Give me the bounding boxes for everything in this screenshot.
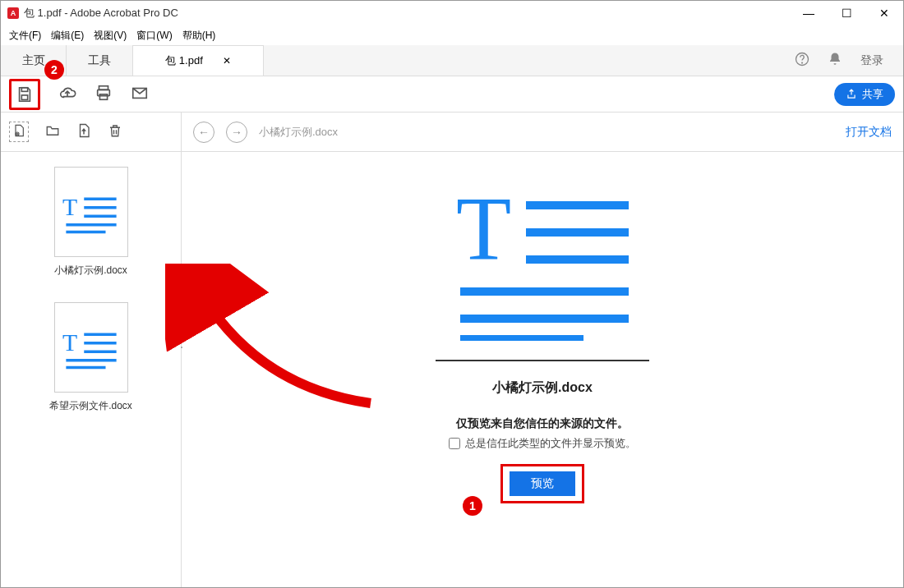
divider (436, 360, 649, 361)
mail-icon[interactable] (131, 84, 149, 104)
thumbnail-label: 小橘灯示例.docx (54, 264, 127, 278)
svg-text:T: T (62, 328, 77, 356)
tab-document-label: 包 1.pdf (165, 53, 203, 68)
share-label: 共享 (862, 87, 883, 102)
share-button[interactable]: 共享 (834, 83, 895, 106)
extract-icon[interactable] (76, 123, 91, 140)
sidebar: T 小橘灯示例.docx T 希望示例文件.docx (1, 113, 182, 587)
always-trust-row[interactable]: 总是信任此类型的文件并显示预览。 (449, 436, 636, 451)
trash-icon[interactable] (108, 123, 122, 140)
toolbar: 共享 (1, 76, 903, 113)
main-area: T 小橘灯示例.docx T 希望示例文件.docx ← → 小橘灯示例.doc… (1, 113, 903, 587)
menu-window[interactable]: 窗口(W) (131, 27, 177, 44)
svg-rect-3 (21, 94, 27, 99)
app-logo-icon: A (7, 7, 19, 19)
always-trust-checkbox[interactable] (449, 438, 460, 449)
svg-text:T: T (456, 178, 511, 278)
annotation-arrow (165, 264, 379, 420)
tab-tools[interactable]: 工具 (67, 45, 132, 76)
thumbnail-icon: T (54, 302, 128, 393)
window-title: 包 1.pdf - Adobe Acrobat Pro DC (24, 6, 178, 21)
save-button[interactable] (9, 79, 40, 110)
menu-help[interactable]: 帮助(H) (178, 27, 221, 44)
document-large-icon: T (452, 177, 633, 343)
thumbnail-label: 希望示例文件.docx (49, 399, 132, 413)
preview-button-highlight: 预览 (500, 464, 584, 503)
nav-forward-button[interactable]: → (226, 122, 247, 143)
save-icon (16, 85, 34, 103)
svg-rect-2 (21, 87, 27, 91)
menu-view[interactable]: 视图(V) (89, 27, 131, 44)
menu-bar: 文件(F) 编辑(E) 视图(V) 窗口(W) 帮助(H) (1, 25, 903, 45)
menu-file[interactable]: 文件(F) (4, 27, 46, 44)
maximize-button[interactable]: ☐ (828, 1, 865, 25)
cloud-upload-icon[interactable] (58, 84, 76, 104)
share-icon (846, 89, 857, 100)
print-icon[interactable] (95, 84, 113, 104)
minimize-button[interactable]: — (790, 1, 828, 25)
nav-back-button[interactable]: ← (193, 122, 214, 143)
login-link[interactable]: 登录 (860, 53, 883, 68)
tab-document[interactable]: 包 1.pdf ✕ (132, 45, 264, 76)
always-trust-label: 总是信任此类型的文件并显示预览。 (465, 436, 636, 451)
breadcrumb-path: 小橘灯示例.docx (259, 125, 338, 140)
preview-button[interactable]: 预览 (510, 471, 575, 496)
sidebar-toolbar (1, 113, 181, 152)
close-window-button[interactable]: ✕ (865, 1, 903, 25)
tab-close-icon[interactable]: ✕ (223, 55, 231, 67)
tabs-bar: 主页 工具 包 1.pdf ✕ 登录 (1, 45, 903, 76)
thumbnail-icon: T (54, 167, 128, 257)
help-icon[interactable] (795, 52, 809, 70)
annotation-badge-1: 1 (463, 496, 482, 516)
open-document-link[interactable]: 打开文档 (846, 125, 892, 140)
svg-rect-6 (99, 94, 107, 99)
content-toolbar: ← → 小橘灯示例.docx 打开文档 (182, 113, 903, 152)
folder-icon[interactable] (45, 123, 60, 140)
svg-text:T: T (62, 193, 77, 220)
thumbnails-panel: T 小橘灯示例.docx T 希望示例文件.docx (1, 152, 181, 428)
preview-filename: 小橘灯示例.docx (492, 379, 593, 397)
thumbnail-item[interactable]: T 小橘灯示例.docx (54, 167, 128, 278)
trust-warning: 仅预览来自您信任的来源的文件。 (456, 416, 629, 431)
title-bar: A 包 1.pdf - Adobe Acrobat Pro DC — ☐ ✕ (1, 1, 903, 25)
bell-icon[interactable] (828, 52, 842, 70)
thumbnail-item[interactable]: T 希望示例文件.docx (49, 302, 132, 413)
svg-point-1 (802, 62, 803, 63)
add-file-icon[interactable] (9, 122, 29, 142)
menu-edit[interactable]: 编辑(E) (46, 27, 89, 44)
annotation-badge-2: 2 (44, 60, 64, 80)
